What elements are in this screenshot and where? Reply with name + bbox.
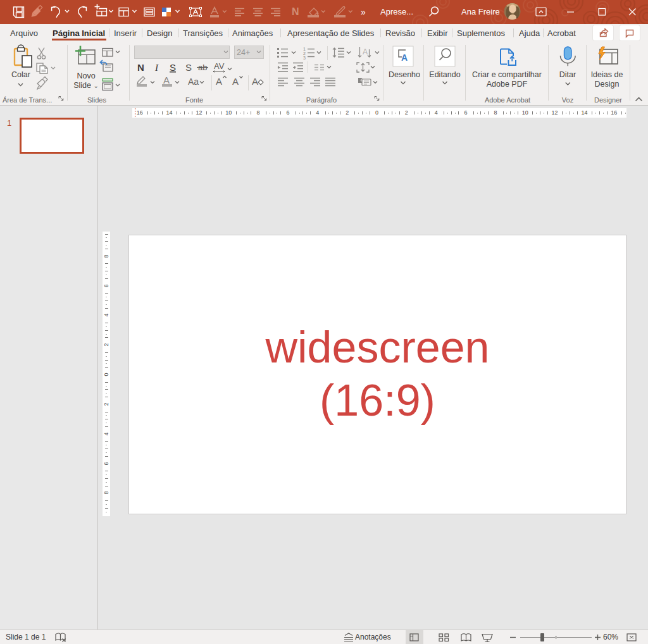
svg-text:I: I bbox=[154, 63, 159, 73]
svg-text:1: 1 bbox=[303, 47, 306, 51]
svg-text:24+: 24+ bbox=[237, 48, 250, 57]
svg-text:AV: AV bbox=[214, 61, 225, 71]
svg-text:S: S bbox=[170, 62, 176, 73]
svg-text:»: » bbox=[361, 7, 366, 17]
svg-text:A: A bbox=[252, 76, 258, 87]
svg-text:A: A bbox=[363, 47, 368, 56]
svg-text:A: A bbox=[163, 75, 170, 85]
svg-text:N: N bbox=[292, 6, 299, 17]
svg-text:A: A bbox=[216, 76, 222, 87]
svg-text:Aa: Aa bbox=[188, 77, 199, 87]
svg-text:N: N bbox=[137, 62, 144, 73]
svg-text:2: 2 bbox=[303, 51, 306, 56]
svg-text:A: A bbox=[232, 76, 239, 87]
svg-text:S: S bbox=[185, 62, 192, 73]
svg-text:A: A bbox=[401, 53, 408, 63]
svg-text:3: 3 bbox=[303, 56, 306, 60]
